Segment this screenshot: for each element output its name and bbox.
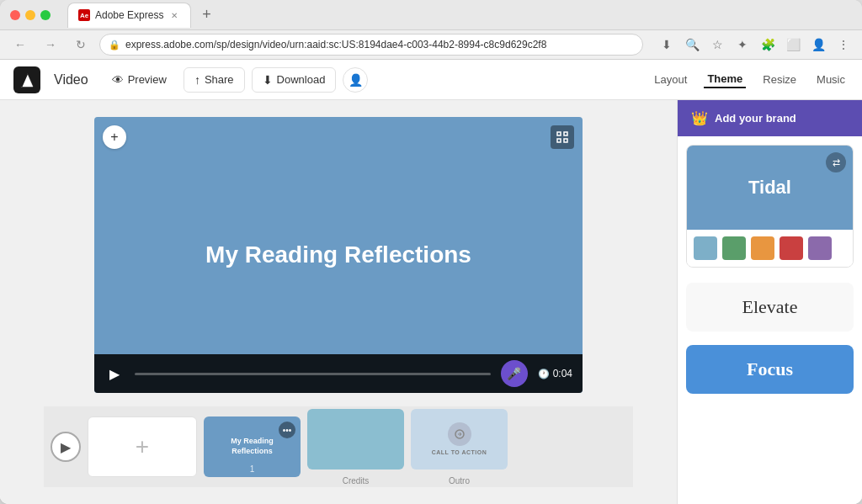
browser-titlebar: Ae Adobe Express ✕ + xyxy=(0,0,862,30)
timeline-slide-2[interactable] xyxy=(307,409,404,470)
preview-icon: 👁 xyxy=(112,73,124,87)
focus-label: Focus xyxy=(747,358,793,380)
brand-header[interactable]: 👑 Add your brand xyxy=(678,100,862,136)
preview-button[interactable]: 👁 Preview xyxy=(102,68,177,92)
tab-favicon: Ae xyxy=(78,9,90,21)
focus-theme-option[interactable]: Focus xyxy=(686,345,854,394)
download-icon: ⬇ xyxy=(263,73,273,87)
color-swatch-1 xyxy=(694,236,717,260)
app-logo xyxy=(13,66,40,93)
outro-label: Outro xyxy=(449,476,470,485)
app-body: + My Reading Reflections ▶ xyxy=(0,100,862,504)
tidal-theme-card[interactable]: Tidal ⇄ xyxy=(686,145,854,268)
share-label: Share xyxy=(205,73,234,86)
address-bar[interactable]: 🔒 express.adobe.com/sp/design/video/urn:… xyxy=(99,34,643,56)
tidal-preview: Tidal ⇄ xyxy=(687,146,853,230)
download-button[interactable]: ⬇ Download xyxy=(252,67,337,93)
timeline-slide-3[interactable]: CALL TO ACTION xyxy=(411,409,508,470)
header-right-nav: Layout Theme Resize Music xyxy=(651,71,849,88)
user-icon: 👤 xyxy=(349,73,363,87)
nav-music[interactable]: Music xyxy=(813,72,849,88)
bookmark-icon[interactable]: ☆ xyxy=(707,34,727,55)
download-label: Download xyxy=(277,73,326,86)
browser-tab-bar: Ae Adobe Express ✕ + xyxy=(67,3,852,28)
extensions-icon[interactable]: 🧩 xyxy=(758,34,778,55)
refresh-button[interactable]: ↻ xyxy=(69,33,93,56)
browser-tab[interactable]: Ae Adobe Express ✕ xyxy=(67,3,191,28)
share-button[interactable]: ↑ Share xyxy=(184,67,245,93)
color-swatch-3 xyxy=(751,236,774,260)
color-swatch-2 xyxy=(722,236,746,260)
share-icon: ↑ xyxy=(194,73,200,87)
puzzle-icon[interactable]: ⬜ xyxy=(783,34,803,55)
svg-rect-2 xyxy=(557,139,561,142)
progress-bar[interactable] xyxy=(135,373,491,375)
tidal-colors xyxy=(687,230,853,267)
video-canvas: + My Reading Reflections ▶ xyxy=(94,117,583,393)
back-button[interactable]: ← xyxy=(8,33,32,56)
svg-rect-3 xyxy=(564,139,567,142)
url-text: express.adobe.com/sp/design/video/urn:aa… xyxy=(125,39,634,50)
menu-icon[interactable]: ⋮ xyxy=(833,34,854,55)
play-button[interactable]: ▶ xyxy=(104,363,125,384)
mic-button[interactable]: 🎤 xyxy=(501,360,528,387)
video-controls: ▶ 🎤 🕐 0:04 xyxy=(94,354,583,393)
cta-icon xyxy=(448,422,471,446)
timeline: ▶ + My Reading Reflections ••• 1 Credits xyxy=(44,406,633,487)
browser-window: Ae Adobe Express ✕ + ← → ↻ 🔒 express.ado… xyxy=(0,0,862,504)
tab-title: Adobe Express xyxy=(95,9,163,21)
header-actions: 👁 Preview ↑ Share ⬇ Download 👤 xyxy=(102,67,369,93)
new-tab-button[interactable]: + xyxy=(194,3,218,27)
add-icon: + xyxy=(136,433,149,460)
search-icon[interactable]: 🔍 xyxy=(682,34,702,55)
shuffle-button[interactable]: ⇄ xyxy=(826,152,846,172)
profile-icon[interactable]: 👤 xyxy=(808,34,828,55)
timeline-play-button[interactable]: ▶ xyxy=(51,432,81,462)
user-button[interactable]: 👤 xyxy=(343,67,368,93)
color-swatch-4 xyxy=(780,236,803,260)
minimize-button[interactable] xyxy=(25,10,35,20)
clock-icon: 🕐 xyxy=(538,369,550,379)
time-value: 0:04 xyxy=(553,368,572,379)
credits-label: Credits xyxy=(343,476,370,485)
tidal-title: Tidal xyxy=(748,177,791,199)
browser-toolbar: ← → ↻ 🔒 express.adobe.com/sp/design/vide… xyxy=(0,30,862,60)
slide-2-container: Credits xyxy=(307,409,404,485)
canvas-add-button[interactable]: + xyxy=(103,125,126,149)
close-button[interactable] xyxy=(10,10,20,20)
video-title: My Reading Reflections xyxy=(205,241,471,268)
svg-rect-1 xyxy=(564,132,567,135)
fullscreen-button[interactable] xyxy=(551,125,574,149)
elevate-theme-option[interactable]: Elevate xyxy=(686,283,854,332)
slide-options-button[interactable]: ••• xyxy=(279,422,295,438)
cta-text: CALL TO ACTION xyxy=(432,449,487,455)
elevate-label: Elevate xyxy=(742,296,798,318)
slide-number: 1 xyxy=(250,464,255,474)
mic-icon: 🎤 xyxy=(507,367,521,380)
tab-close-button[interactable]: ✕ xyxy=(168,9,180,21)
time-display: 🕐 0:04 xyxy=(538,368,572,379)
traffic-lights xyxy=(10,10,51,20)
add-slide-button[interactable]: + xyxy=(88,416,197,477)
maximize-button[interactable] xyxy=(40,10,51,20)
timeline-slide-1[interactable]: My Reading Reflections ••• 1 xyxy=(204,416,301,477)
nav-layout[interactable]: Layout xyxy=(651,72,690,88)
app-chrome: Video 👁 Preview ↑ Share ⬇ Download 👤 xyxy=(0,60,862,504)
star-icon[interactable]: ✦ xyxy=(732,34,753,55)
color-swatch-5 xyxy=(808,236,832,260)
svg-rect-0 xyxy=(557,132,561,135)
forward-button[interactable]: → xyxy=(39,33,62,56)
app-title: Video xyxy=(54,72,88,88)
app-header: Video 👁 Preview ↑ Share ⬇ Download 👤 xyxy=(0,60,862,100)
brand-label: Add your brand xyxy=(715,112,796,125)
nav-resize[interactable]: Resize xyxy=(759,72,800,88)
slide-3-container: CALL TO ACTION Outro xyxy=(411,409,508,485)
preview-label: Preview xyxy=(128,73,167,86)
nav-theme[interactable]: Theme xyxy=(704,71,746,88)
canvas-area: + My Reading Reflections ▶ xyxy=(0,100,677,504)
right-panel: 👑 Add your brand Tidal ⇄ xyxy=(677,100,862,504)
toolbar-icons: ⬇ 🔍 ☆ ✦ 🧩 ⬜ 👤 ⋮ xyxy=(657,34,854,55)
brand-icon: 👑 xyxy=(691,110,708,126)
download-icon[interactable]: ⬇ xyxy=(657,34,677,55)
